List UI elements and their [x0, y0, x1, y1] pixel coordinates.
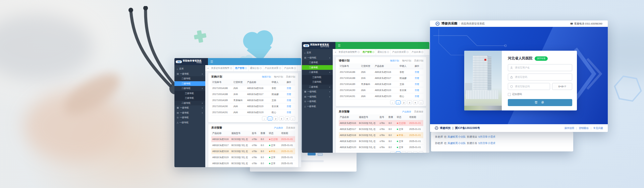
tab-close-icon[interactable] — [407, 51, 409, 53]
sidebar-item-二级导航[interactable]: 二级导航∨ — [302, 85, 333, 90]
card-link-高值计划[interactable]: 高值计划 — [414, 59, 423, 62]
sidebar-item-首页[interactable]: ⌂首页 — [174, 66, 205, 72]
page-2[interactable]: 2 — [401, 151, 406, 153]
page-3[interactable]: 3 — [279, 116, 284, 121]
page-‹[interactable]: ‹ — [262, 116, 267, 121]
view-link[interactable]: 查看 — [415, 89, 419, 91]
tab-用户管理[interactable]: 用户管理 — [234, 65, 249, 71]
sidebar-item-二级导航[interactable]: 二级导航∧ — [302, 70, 333, 75]
sidebar-item-三级导航[interactable]: 三级导航 — [302, 75, 333, 80]
page-4[interactable]: 4 — [285, 116, 289, 121]
page-1[interactable]: 1 — [396, 100, 400, 104]
tab-close-icon[interactable] — [260, 67, 262, 69]
sidebar-item-一级导航[interactable]: ▤一级导航∧ — [174, 72, 205, 77]
tab-close-icon[interactable] — [230, 67, 232, 69]
username-input[interactable] — [514, 66, 570, 69]
tab-close-icon[interactable] — [294, 67, 296, 69]
card-link-高值计划[interactable]: 高值计划 — [286, 75, 295, 79]
tab-close-icon[interactable] — [372, 51, 374, 53]
sidebar-item-一级导航[interactable]: ▦一级导航∨ — [302, 89, 333, 94]
page-‹[interactable]: ‹ — [390, 100, 395, 104]
tab-资质证件效期预警[interactable]: 资质证件效期预警 — [337, 49, 361, 55]
sidebar-item-二级导航[interactable]: 二级导航 — [302, 60, 333, 65]
tab-通知公告[interactable]: 通知公告 — [376, 49, 391, 55]
page-4[interactable]: 4 — [413, 100, 418, 104]
sidebar-item-一级导航[interactable]: ▥一级导航∨ — [174, 110, 205, 115]
menu-toggle-icon[interactable]: ☰ — [338, 44, 340, 47]
feed-team-link[interactable]: 风健精英小分队 — [447, 141, 466, 145]
view-link[interactable]: 查看 — [287, 93, 291, 95]
footer-link-manual[interactable]: 操作说明 — [565, 127, 574, 130]
page-›[interactable]: › — [419, 100, 423, 104]
view-link[interactable]: 查看 — [287, 111, 291, 113]
tab-产品分类设置[interactable]: 产品分类设置 — [263, 65, 283, 71]
view-link[interactable]: 查看 — [415, 83, 419, 85]
card-link-产品库存[interactable]: 产品库存 — [274, 126, 283, 130]
page-3[interactable]: 3 — [407, 100, 412, 104]
view-link[interactable]: 查看 — [415, 71, 419, 73]
card-link-领用计划[interactable]: 领用计划 — [390, 59, 399, 62]
feed-project-link[interactable]: 5月日常小需求 — [478, 141, 495, 145]
sidebar-item-一级导航[interactable]: ▥一级导航∨ — [302, 94, 333, 99]
tab-close-icon[interactable] — [387, 51, 389, 53]
tab-用户管理[interactable]: 用户管理 — [361, 49, 376, 55]
view-link[interactable]: 查看 — [415, 95, 419, 97]
card-link-产品库存[interactable]: 产品库存 — [402, 110, 411, 113]
tab-通知公告[interactable]: 通知公告 — [249, 65, 263, 71]
tab-close-icon[interactable] — [421, 51, 423, 53]
sidebar-item-一级导航[interactable]: ▤一级导航∧ — [302, 55, 333, 60]
sidebar-item-二级导航[interactable]: 二级导航 — [302, 65, 333, 70]
footer-link-keydriver[interactable]: 密钥驱动 — [579, 127, 589, 130]
page-2[interactable]: 2 — [273, 116, 278, 121]
collapse-tabs-icon[interactable]: « — [335, 51, 336, 54]
tab-资质证件效期预警[interactable]: 资质证件效期预警 — [210, 65, 233, 71]
tab-close-icon[interactable] — [358, 51, 360, 53]
remember-checkbox[interactable] — [508, 93, 511, 96]
sidebar-item-一级导航[interactable]: ◎一级导航 — [302, 99, 333, 104]
menu-toggle-icon[interactable]: ☰ — [210, 60, 213, 63]
card-link-领用计划[interactable]: 领用计划 — [262, 75, 271, 79]
sidebar-item-首页[interactable]: ⌂首页 — [302, 50, 333, 55]
feed-project-link[interactable]: 5月日常小需求 — [478, 135, 495, 139]
feed-team-link[interactable]: 风健精英小分队 — [447, 135, 466, 139]
page-›[interactable]: › — [419, 151, 423, 153]
captcha-input[interactable] — [514, 85, 548, 88]
card-link-高值库存[interactable]: 高值库存 — [414, 110, 423, 113]
sidebar-item-三级导航[interactable]: 三级导航 — [174, 96, 205, 101]
view-link[interactable]: 查看 — [287, 87, 291, 89]
sidebar-item-二级导航[interactable]: 二级导航∨ — [174, 101, 205, 106]
sidebar-item-一级导航[interactable]: △一级导航 — [174, 120, 205, 125]
page-1[interactable]: 1 — [396, 151, 400, 153]
page-‹[interactable]: ‹ — [390, 151, 395, 153]
tab-产品出库[interactable]: 产品出库 — [410, 49, 425, 55]
card-link-高值库存[interactable]: 高值库存 — [286, 126, 295, 130]
sidebar-item-三级导航[interactable]: 三级导航 — [302, 80, 333, 85]
captcha-code[interactable]: 6+8=? — [552, 83, 572, 90]
view-link[interactable]: 查看 — [287, 99, 291, 101]
card-link-预约计划[interactable]: 预约计划 — [402, 59, 411, 62]
sidebar-item-二级导航[interactable]: 二级导航 — [174, 81, 205, 86]
page-›[interactable]: › — [290, 116, 295, 121]
fragment-blue-chip[interactable] — [308, 153, 316, 155]
view-link[interactable]: 查看 — [415, 77, 419, 79]
page-4[interactable]: 4 — [413, 151, 418, 153]
sidebar-item-二级导航[interactable]: 二级导航∧ — [174, 86, 205, 91]
sidebar-item-三级导航[interactable]: 三级导航 — [174, 91, 205, 96]
footer-link-faq[interactable]: 常见问题 — [593, 127, 603, 130]
collapse-tabs-icon[interactable]: « — [207, 67, 209, 70]
tab-close-icon[interactable] — [245, 67, 247, 69]
page-3[interactable]: 3 — [407, 151, 412, 153]
sidebar-item-一级导航[interactable]: ▦一级导航∨ — [174, 105, 205, 110]
page-1[interactable]: 1 — [268, 116, 272, 121]
tab-close-icon[interactable] — [279, 67, 281, 69]
login-button[interactable]: 登 录 — [508, 99, 572, 106]
card-link-预约计划[interactable]: 预约计划 — [274, 75, 283, 79]
sidebar-item-二级导航[interactable]: 二级导航 — [174, 76, 205, 81]
tab-产品出库[interactable]: 产品出库 — [283, 65, 298, 71]
page-2[interactable]: 2 — [401, 100, 406, 104]
password-input[interactable] — [514, 75, 570, 79]
view-link[interactable]: 查看 — [287, 105, 291, 107]
tab-产品分类设置[interactable]: 产品分类设置 — [391, 49, 410, 55]
sidebar-item-一级导航[interactable]: △一级导航 — [302, 104, 333, 109]
sidebar-item-一级导航[interactable]: ◎一级导航 — [174, 115, 205, 120]
